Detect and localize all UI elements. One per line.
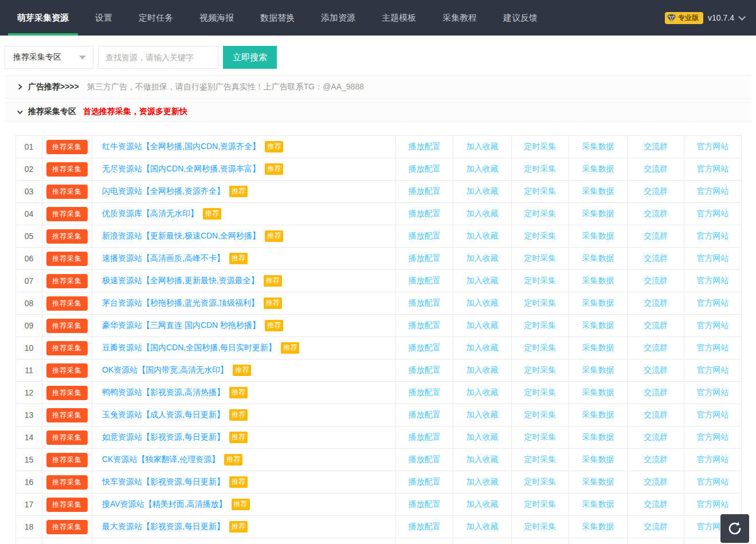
action-link-official-site[interactable]: 官方网站	[697, 388, 729, 397]
action-link-collect-data[interactable]: 采集数据	[582, 142, 614, 151]
action-link-chat-group[interactable]: 交流群	[644, 142, 668, 151]
resource-title-link[interactable]: 搜AV资源站【精美封面,高清播放】	[102, 499, 227, 508]
action-link-chat-group[interactable]: 交流群	[644, 276, 668, 285]
action-link-add-favorite[interactable]: 加入收藏	[467, 343, 499, 352]
action-link-official-site[interactable]: 官方网站	[697, 499, 729, 508]
resource-title-link[interactable]: CK资源站【独家翻译,伦理资源】	[102, 455, 220, 464]
action-link-collect-data[interactable]: 采集数据	[582, 164, 614, 173]
resource-title-link[interactable]: 豪华资源站【三网直连 国内CDN 秒拖秒播】	[102, 320, 260, 330]
action-link-chat-group[interactable]: 交流群	[644, 164, 668, 173]
action-link-official-site[interactable]: 官方网站	[697, 298, 729, 307]
action-link-collect-data[interactable]: 采集数据	[582, 231, 614, 240]
action-link-play-config[interactable]: 播放配置	[409, 276, 441, 285]
section-panel[interactable]: 推荐采集专区 首选推荐采集，资源多更新快	[5, 102, 751, 122]
action-link-scheduled-collect[interactable]: 定时采集	[524, 499, 557, 508]
action-link-add-favorite[interactable]: 加入收藏	[467, 410, 499, 419]
action-link-play-config[interactable]: 播放配置	[409, 231, 441, 240]
resource-title-link[interactable]: 速播资源站【高清画质,高峰不卡】	[102, 253, 225, 263]
action-link-scheduled-collect[interactable]: 定时采集	[524, 455, 557, 464]
action-link-add-favorite[interactable]: 加入收藏	[467, 477, 499, 486]
action-link-play-config[interactable]: 播放配置	[409, 164, 441, 173]
action-link-scheduled-collect[interactable]: 定时采集	[524, 164, 557, 173]
action-link-collect-data[interactable]: 采集数据	[582, 522, 614, 531]
action-link-chat-group[interactable]: 交流群	[644, 320, 668, 330]
action-link-official-site[interactable]: 官方网站	[697, 320, 729, 330]
action-link-play-config[interactable]: 播放配置	[409, 343, 441, 352]
resource-title-link[interactable]: 闪电资源站【全网秒播,资源齐全】	[102, 186, 225, 195]
nav-item-video-posters[interactable]: 视频海报	[199, 0, 234, 36]
action-link-add-favorite[interactable]: 加入收藏	[467, 432, 499, 441]
action-link-scheduled-collect[interactable]: 定时采集	[524, 209, 557, 218]
resource-title-link[interactable]: 最大资源站【影视资源,每日更新】	[102, 522, 225, 531]
resource-title-link[interactable]: 优质资源库【高清无水印】	[102, 209, 198, 218]
action-link-official-site[interactable]: 官方网站	[697, 276, 729, 285]
action-link-play-config[interactable]: 播放配置	[409, 455, 441, 464]
action-link-add-favorite[interactable]: 加入收藏	[467, 522, 499, 531]
resource-title-link[interactable]: 红牛资源站【全网秒播,国内CDN,资源齐全】	[102, 142, 260, 151]
action-link-add-favorite[interactable]: 加入收藏	[467, 455, 499, 464]
resource-title-link[interactable]: 无尽资源站【国内CDN,全网秒播,资源丰富】	[102, 164, 260, 173]
action-link-official-site[interactable]: 官方网站	[697, 142, 729, 151]
action-link-add-favorite[interactable]: 加入收藏	[467, 186, 499, 195]
action-link-scheduled-collect[interactable]: 定时采集	[524, 142, 557, 151]
action-link-official-site[interactable]: 官方网站	[697, 209, 729, 218]
action-link-play-config[interactable]: 播放配置	[409, 320, 441, 330]
action-link-play-config[interactable]: 播放配置	[409, 432, 441, 441]
action-link-add-favorite[interactable]: 加入收藏	[467, 276, 499, 285]
action-link-add-favorite[interactable]: 加入收藏	[467, 298, 499, 307]
action-link-collect-data[interactable]: 采集数据	[582, 186, 614, 195]
action-link-collect-data[interactable]: 采集数据	[582, 253, 614, 263]
edition-badge[interactable]: 专业版	[665, 12, 703, 24]
action-link-scheduled-collect[interactable]: 定时采集	[524, 253, 557, 263]
action-link-play-config[interactable]: 播放配置	[409, 298, 441, 307]
action-link-official-site[interactable]: 官方网站	[697, 164, 729, 173]
action-link-add-favorite[interactable]: 加入收藏	[467, 388, 499, 397]
action-link-chat-group[interactable]: 交流群	[644, 186, 668, 195]
action-link-chat-group[interactable]: 交流群	[644, 209, 668, 218]
chevron-down-icon[interactable]	[738, 13, 746, 21]
resource-title-link[interactable]: 鸭鸭资源站【影视资源,高清热播】	[102, 388, 225, 397]
action-link-chat-group[interactable]: 交流群	[644, 455, 668, 464]
action-link-scheduled-collect[interactable]: 定时采集	[524, 343, 557, 352]
action-link-collect-data[interactable]: 采集数据	[582, 432, 614, 441]
action-link-scheduled-collect[interactable]: 定时采集	[524, 320, 557, 330]
action-link-chat-group[interactable]: 交流群	[644, 298, 668, 307]
action-link-scheduled-collect[interactable]: 定时采集	[524, 522, 557, 531]
action-link-scheduled-collect[interactable]: 定时采集	[524, 388, 557, 397]
nav-item-home[interactable]: 萌芽采集资源	[17, 0, 69, 36]
action-link-play-config[interactable]: 播放配置	[409, 388, 441, 397]
action-link-official-site[interactable]: 官方网站	[697, 186, 729, 195]
action-link-collect-data[interactable]: 采集数据	[582, 410, 614, 419]
resource-title-link[interactable]: 茅台资源站【秒拖秒播,蓝光资源,顶级福利】	[102, 298, 259, 307]
action-link-chat-group[interactable]: 交流群	[644, 410, 668, 419]
action-link-collect-data[interactable]: 采集数据	[582, 455, 614, 464]
action-link-chat-group[interactable]: 交流群	[644, 253, 668, 263]
resource-title-link[interactable]: 如意资源站【影视资源,每日更新】	[102, 432, 225, 441]
action-link-collect-data[interactable]: 采集数据	[582, 298, 614, 307]
action-link-add-favorite[interactable]: 加入收藏	[467, 231, 499, 240]
action-link-chat-group[interactable]: 交流群	[644, 477, 668, 486]
action-link-scheduled-collect[interactable]: 定时采集	[524, 186, 557, 195]
action-link-add-favorite[interactable]: 加入收藏	[467, 209, 499, 218]
action-link-scheduled-collect[interactable]: 定时采集	[524, 410, 557, 419]
action-link-play-config[interactable]: 播放配置	[409, 253, 441, 263]
action-link-official-site[interactable]: 官方网站	[697, 432, 729, 441]
ad-panel[interactable]: 广告推荐>>>> 第三方广告，不做担保，请自行鉴别广告真实性！上广告联系TG：@…	[5, 75, 751, 99]
action-link-official-site[interactable]: 官方网站	[697, 231, 729, 240]
nav-item-theme-templates[interactable]: 主题模板	[382, 0, 416, 36]
action-link-collect-data[interactable]: 采集数据	[582, 388, 614, 397]
resource-title-link[interactable]: 极速资源站【全网秒播,更新最快,资源最全】	[102, 276, 259, 285]
action-link-add-favorite[interactable]: 加入收藏	[467, 142, 499, 151]
action-link-chat-group[interactable]: 交流群	[644, 432, 668, 441]
action-link-play-config[interactable]: 播放配置	[409, 365, 441, 374]
action-link-official-site[interactable]: 官方网站	[697, 343, 729, 352]
action-link-collect-data[interactable]: 采集数据	[582, 499, 614, 508]
action-link-play-config[interactable]: 播放配置	[409, 477, 441, 486]
action-link-add-favorite[interactable]: 加入收藏	[467, 499, 499, 508]
action-link-official-site[interactable]: 官方网站	[697, 455, 729, 464]
resource-title-link[interactable]: 新浪资源站【更新最快,极速CDN,全网秒播】	[102, 231, 260, 240]
nav-item-feedback[interactable]: 建议反馈	[503, 0, 538, 36]
action-link-official-site[interactable]: 官方网站	[697, 365, 729, 374]
action-link-chat-group[interactable]: 交流群	[644, 343, 668, 352]
action-link-official-site[interactable]: 官方网站	[697, 477, 729, 486]
